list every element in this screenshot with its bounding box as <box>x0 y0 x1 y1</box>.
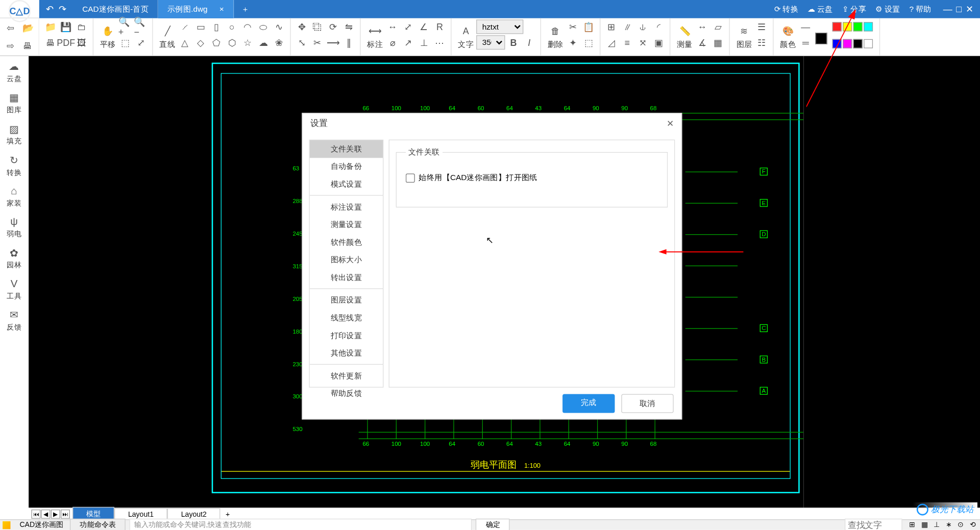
minimize-button[interactable]: — <box>943 4 952 14</box>
group-icon[interactable]: ⬚ <box>581 35 596 49</box>
mirror-icon[interactable]: ⇋ <box>341 19 356 34</box>
settings-nav-item-0[interactable]: 文件关联 <box>310 140 383 158</box>
color-swatch-1[interactable] <box>843 22 852 31</box>
settings-nav-item-4[interactable]: 测量设置 <box>310 216 383 234</box>
italic-icon[interactable]: I <box>522 35 536 49</box>
size-select[interactable]: 350 <box>476 35 505 49</box>
zoom-window-icon[interactable]: ⬚ <box>118 35 133 49</box>
first-layout-icon[interactable]: ⏮ <box>31 509 40 518</box>
cmd-table-button[interactable]: 功能命令表 <box>70 519 126 530</box>
layer-off-icon[interactable]: ☷ <box>754 35 769 49</box>
settings-menu[interactable]: ⚙设置 <box>873 4 903 15</box>
print-icon[interactable]: 🖶 <box>20 38 35 53</box>
cut-icon[interactable]: ✂ <box>566 19 580 34</box>
cloud-shape-icon[interactable]: ☁ <box>256 35 271 49</box>
new-tab-button[interactable]: ＋ <box>234 0 257 18</box>
folder-icon[interactable]: 🗀 <box>75 19 89 34</box>
bold-icon[interactable]: B <box>506 35 521 49</box>
color-swatch-6[interactable] <box>853 39 863 48</box>
fillet-icon[interactable]: ◜ <box>651 19 666 34</box>
pan-tool[interactable]: ✋ 平移 <box>97 19 118 54</box>
sidebar-item-4[interactable]: ⌂家装 <box>0 182 28 212</box>
chamfer-icon[interactable]: ◿ <box>604 35 619 49</box>
circle-icon[interactable]: ○ <box>225 19 239 34</box>
array-icon[interactable]: ⊞ <box>604 19 619 34</box>
ellipse-icon[interactable]: ⬭ <box>256 19 271 34</box>
dim-cont-icon[interactable]: ⋯ <box>432 35 447 49</box>
settings-nav-item-1[interactable]: 自动备份 <box>310 158 383 176</box>
image-icon[interactable]: 🖼 <box>75 35 89 49</box>
pdf-icon[interactable]: PDF <box>59 35 73 49</box>
redo-icon[interactable]: ↷ <box>59 4 66 14</box>
tab-home[interactable]: CAD迷你画图-首页 <box>73 0 158 18</box>
star-icon[interactable]: ☆ <box>240 35 255 49</box>
join-icon[interactable]: ⫝ <box>635 19 650 34</box>
sidebar-item-6[interactable]: ✿园林 <box>0 243 28 274</box>
settings-nav-item-6[interactable]: 图标大小 <box>310 251 383 269</box>
sidebar-item-0[interactable]: ☁云盘 <box>0 56 28 87</box>
arc-icon[interactable]: ◠ <box>240 19 255 34</box>
angle-icon[interactable]: ∡ <box>695 35 709 49</box>
sidebar-item-7[interactable]: V工具 <box>0 274 28 305</box>
share-menu[interactable]: ⇪分享 <box>840 4 869 15</box>
text-tool[interactable]: A 文字 <box>455 19 476 54</box>
settings-nav-item-3[interactable]: 标注设置 <box>310 198 383 216</box>
delete-tool[interactable]: 🗑 删除 <box>545 19 566 54</box>
ortho-icon[interactable]: ⊥ <box>934 521 940 528</box>
settings-nav-item-5[interactable]: 软件颜色 <box>310 234 383 251</box>
find-text-input[interactable] <box>845 519 902 530</box>
back-icon[interactable]: ⇦ <box>4 21 18 35</box>
save-icon[interactable]: 💾 <box>59 19 73 34</box>
hex-icon[interactable]: ⬡ <box>225 35 239 49</box>
color-swatch-5[interactable] <box>843 39 852 48</box>
zoom-extents-icon[interactable]: ⤢ <box>134 35 148 49</box>
linetype-icon[interactable]: — <box>798 19 813 34</box>
dim-diameter-icon[interactable]: ⌀ <box>385 35 400 49</box>
rect-icon[interactable]: ▭ <box>193 19 208 34</box>
offset-icon[interactable]: ‖ <box>341 35 356 49</box>
extend-icon[interactable]: ⟶ <box>326 35 340 49</box>
confirm-button[interactable]: 确定 <box>476 519 510 530</box>
rotate-icon[interactable]: ⟳ <box>326 19 340 34</box>
align-icon[interactable]: ≡ <box>620 35 634 49</box>
close-tab-icon[interactable]: × <box>219 5 224 14</box>
quad-icon[interactable]: ◇ <box>193 35 208 49</box>
rect2-icon[interactable]: ▯ <box>209 19 224 34</box>
tab-drawing[interactable]: 示例图.dwg × <box>158 0 234 18</box>
paste-icon[interactable]: 📋 <box>581 19 596 34</box>
dim-linear-icon[interactable]: ↔ <box>385 19 400 34</box>
tri-icon[interactable]: △ <box>178 35 192 49</box>
color-swatch-3[interactable] <box>864 22 873 31</box>
font-select[interactable]: hztxt <box>476 19 523 34</box>
settings-nav-item-10[interactable]: 打印设置 <box>310 327 383 345</box>
dialog-close-icon[interactable]: ✕ <box>667 118 674 128</box>
zoom-in-icon[interactable]: 🔍+ <box>118 19 133 34</box>
dist-icon[interactable]: ↔ <box>695 19 709 34</box>
sidebar-item-2[interactable]: ▨填充 <box>0 119 28 150</box>
polyline-icon[interactable]: ⟋ <box>178 19 192 34</box>
maximize-button[interactable]: □ <box>956 4 962 14</box>
dim-aligned-icon[interactable]: ⤢ <box>401 19 415 34</box>
settings-nav-item-8[interactable]: 图层设置 <box>310 292 383 310</box>
polar-icon[interactable]: ∗ <box>946 521 952 528</box>
settings-nav-item-7[interactable]: 转出设置 <box>310 269 383 289</box>
undo-icon[interactable]: ↶ <box>46 4 54 14</box>
track-icon[interactable]: ⟲ <box>970 521 976 528</box>
dialog-cancel-button[interactable]: 取消 <box>621 394 673 413</box>
dim-angular-icon[interactable]: ∠ <box>417 19 431 34</box>
pent-icon[interactable]: ⬠ <box>209 35 224 49</box>
settings-nav-item-13[interactable]: 帮助反馈 <box>310 385 383 403</box>
zoom-out-icon[interactable]: 🔍− <box>134 19 148 34</box>
layout1-tab[interactable]: Layout1 <box>114 508 167 520</box>
cloud-menu[interactable]: ☁云盘 <box>805 4 836 15</box>
copy-icon[interactable]: ⿻ <box>310 19 325 34</box>
prev-layout-icon[interactable]: ◀ <box>41 509 51 518</box>
open-icon[interactable]: 📂 <box>20 21 35 35</box>
move-icon[interactable]: ✥ <box>295 19 309 34</box>
revision-icon[interactable]: ❀ <box>272 35 286 49</box>
convert-menu[interactable]: ⟳转换 <box>771 4 801 15</box>
help-menu[interactable]: ?帮助 <box>906 4 934 15</box>
close-button[interactable]: ✕ <box>966 4 973 14</box>
explode-icon[interactable]: ✦ <box>566 35 580 49</box>
export-icon[interactable]: ⇨ <box>4 38 18 53</box>
